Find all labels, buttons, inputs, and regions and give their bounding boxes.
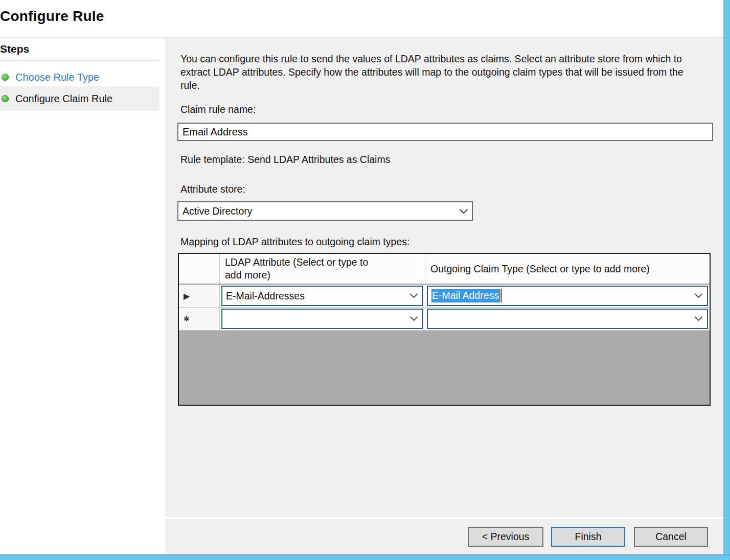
table-row: ▶ E-Mail-Addresses E-Mail Address: [179, 285, 710, 308]
selected-text: E-Mail Address: [431, 289, 500, 302]
ldap-attribute-value: E-Mail-Addresses: [226, 290, 305, 302]
ldap-attribute-select-new[interactable]: [221, 309, 423, 329]
rule-description-text: You can configure this rule to send the …: [180, 52, 702, 92]
ldap-attribute-cell: E-Mail-Addresses: [220, 285, 425, 307]
chevron-down-icon: [409, 316, 418, 321]
step-complete-icon: [2, 95, 9, 102]
column-header-ldap-attribute: LDAP Attribute (Select or type to add mo…: [220, 254, 425, 284]
configure-rule-content: You can configure this rule to send the …: [165, 38, 723, 554]
table-header-row: LDAP Attribute (Select or type to add mo…: [179, 254, 710, 285]
text-caret: [500, 289, 502, 302]
chevron-down-icon: [409, 293, 418, 298]
table-row-new: ✱: [179, 308, 710, 331]
claim-rule-name-input[interactable]: [177, 123, 713, 141]
steps-divider: [0, 60, 159, 61]
outgoing-claim-type-cell: E-Mail Address: [425, 285, 710, 307]
attribute-store-select[interactable]: Active Directory: [177, 201, 473, 221]
page-title: Configure Rule: [0, 8, 104, 25]
steps-panel: Steps Choose Rule Type Configure Claim R…: [0, 38, 162, 554]
attribute-store-value: Active Directory: [182, 205, 253, 217]
rule-template-text: Rule template: Send LDAP Attributes as C…: [180, 154, 390, 166]
ldap-attribute-select[interactable]: E-Mail-Addresses: [221, 286, 423, 306]
sidebar-item-configure-claim-rule: Configure Claim Rule: [0, 86, 159, 111]
chevron-down-icon: [459, 208, 468, 214]
outgoing-claim-type-select[interactable]: E-Mail Address: [427, 286, 708, 306]
step-complete-icon: [2, 74, 9, 81]
row-selector-cell: ✱: [179, 308, 220, 330]
step-label: Configure Claim Rule: [15, 93, 112, 105]
finish-button[interactable]: Finish: [551, 527, 625, 547]
ldap-attribute-cell: [220, 308, 425, 330]
outgoing-claim-type-cell: [425, 308, 710, 330]
ldap-mapping-table: LDAP Attribute (Select or type to add mo…: [178, 253, 711, 406]
attribute-store-label: Attribute store:: [180, 183, 245, 195]
row-header-column: [179, 254, 220, 284]
claim-rule-name-label: Claim rule name:: [180, 104, 256, 115]
steps-panel-title: Steps: [0, 43, 29, 55]
window-border-right: [723, 0, 730, 560]
cancel-button[interactable]: Cancel: [634, 527, 708, 547]
step-label: Choose Rule Type: [15, 72, 99, 83]
outgoing-claim-type-select-new[interactable]: [427, 309, 708, 329]
previous-button[interactable]: < Previous: [468, 527, 543, 547]
column-header-outgoing-claim-type: Outgoing Claim Type (Select or type to a…: [425, 254, 710, 284]
table-empty-area: [179, 331, 710, 405]
row-selector-cell: ▶: [179, 285, 220, 307]
chevron-down-icon: [694, 316, 703, 321]
footer-divider: [165, 517, 723, 519]
sidebar-item-choose-rule-type[interactable]: Choose Rule Type: [0, 65, 159, 89]
new-row-icon: ✱: [179, 315, 190, 323]
mapping-table-label: Mapping of LDAP attributes to outgoing c…: [180, 236, 409, 248]
window-border-bottom: [0, 554, 730, 560]
chevron-down-icon: [694, 293, 703, 298]
current-row-icon: ▶: [179, 291, 190, 301]
